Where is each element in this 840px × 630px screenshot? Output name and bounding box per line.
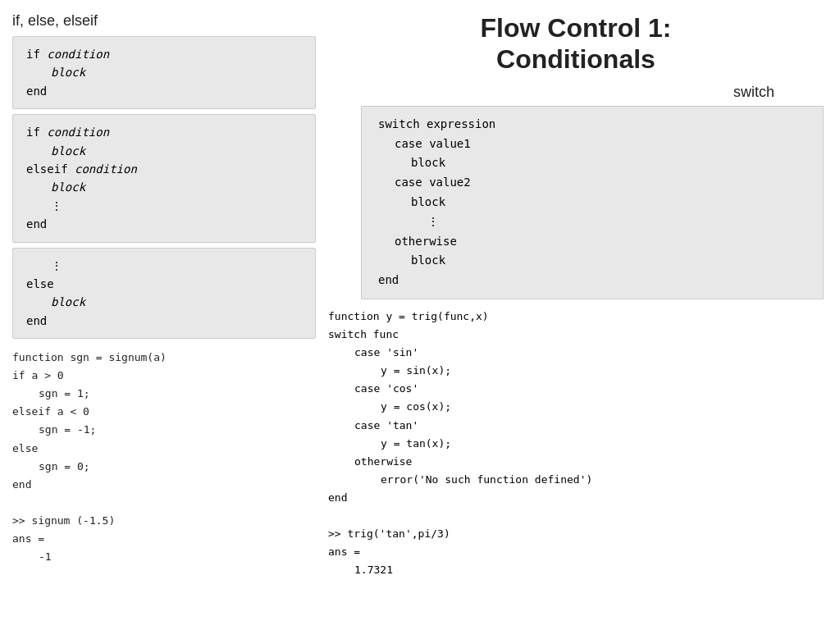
dots-line-2: ⋮ [26,257,302,275]
end-line-3: end [26,312,302,330]
switch-title: switch [328,84,824,101]
condition-2: condition [47,126,109,139]
end-line-2: end [26,215,302,233]
block-2: block [51,144,85,158]
left-code-example: function sgn = signum(a) if a > 0 sgn = … [12,349,316,566]
block-line-1: block [26,63,302,81]
block-4: block [51,295,85,308]
elseif-line: elseif condition [26,160,302,178]
block-line-4: block [26,293,302,311]
block-line-3: block [26,178,302,196]
right-panel: Flow Control 1: Conditionals switch swit… [320,8,832,622]
if-line-2: if condition [26,123,302,141]
block-3: block [51,180,85,194]
right-code-example: function y = trig(func,x) switch func ca… [328,308,824,579]
switch-block: switch expression case value1 block case… [361,106,824,299]
left-panel: if, else, elseif if condition block end … [8,8,320,622]
page-title: Flow Control 1: Conditionals [328,12,824,75]
if-block-1: if condition block end [12,36,316,109]
block-line-2: block [26,142,302,160]
page: if, else, elseif if condition block end … [0,0,840,630]
else-line: else [26,275,302,293]
dots-line-1: ⋮ [26,197,302,215]
if-line-1: if condition [26,45,302,63]
else-block: ⋮ else block end [12,248,316,340]
block-1: block [51,66,85,79]
left-section-title: if, else, elseif [12,12,316,30]
elseif-condition: condition [75,162,137,176]
condition-1: condition [47,48,109,61]
end-line-1: end [26,82,302,100]
if-elseif-block: if condition block elseif condition bloc… [12,114,316,242]
